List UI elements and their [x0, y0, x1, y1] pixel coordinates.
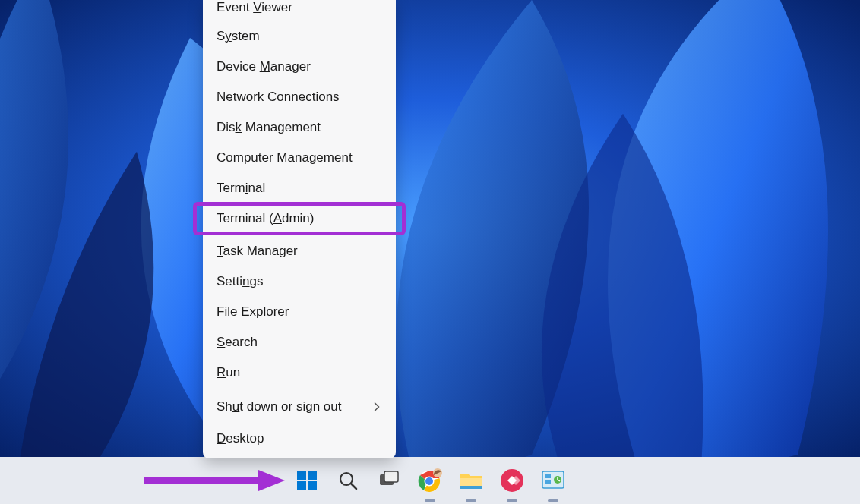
- menu-item-search[interactable]: Search: [203, 327, 396, 358]
- svg-point-13: [425, 477, 433, 485]
- file-explorer-app[interactable]: [456, 465, 486, 496]
- windows-logo-icon: [296, 469, 318, 492]
- svg-rect-16: [460, 486, 482, 489]
- svg-line-8: [351, 484, 356, 489]
- svg-rect-5: [297, 481, 306, 490]
- menu-separator: [203, 235, 396, 235]
- menu-item-network-connections[interactable]: Network Connections: [203, 82, 396, 112]
- menu-item-task-manager[interactable]: Task Manager: [203, 236, 396, 266]
- menu-item-computer-management[interactable]: Computer Management: [203, 143, 396, 173]
- svg-rect-20: [545, 480, 551, 484]
- svg-rect-3: [297, 471, 306, 480]
- menu-item-system[interactable]: System: [203, 21, 396, 52]
- menu-item-terminal-admin[interactable]: Terminal (Admin): [203, 203, 396, 234]
- menu-item-settings[interactable]: Settings: [203, 266, 396, 297]
- svg-rect-6: [308, 481, 317, 490]
- anydesk-icon: [500, 468, 524, 493]
- desktop-wallpaper: [0, 0, 860, 458]
- menu-item-shutdown-signout[interactable]: Shut down or sign out: [203, 390, 396, 424]
- menu-item-disk-management[interactable]: Disk Management: [203, 112, 396, 143]
- menu-separator: [203, 389, 396, 389]
- search-icon: [337, 470, 359, 491]
- menu-item-event-viewer[interactable]: Event Viewer: [203, 0, 396, 21]
- menu-item-file-explorer[interactable]: File Explorer: [203, 297, 396, 327]
- chevron-right-icon: [374, 402, 381, 411]
- running-indicator: [548, 499, 558, 502]
- winx-context-menu: Event Viewer System Device Manager Netwo…: [203, 0, 396, 458]
- running-indicator: [466, 499, 476, 502]
- file-explorer-icon: [459, 469, 483, 492]
- task-view-icon: [378, 469, 400, 492]
- menu-item-run[interactable]: Run: [203, 358, 396, 388]
- menu-item-device-manager[interactable]: Device Manager: [203, 52, 396, 82]
- running-indicator: [425, 499, 435, 502]
- svg-rect-10: [384, 471, 398, 482]
- control-panel-icon: [541, 469, 565, 492]
- taskbar: [0, 457, 860, 504]
- chrome-app[interactable]: [415, 465, 445, 496]
- anydesk-app[interactable]: [497, 465, 527, 496]
- start-button[interactable]: [292, 465, 322, 496]
- task-view-button[interactable]: [374, 465, 404, 496]
- running-indicator: [507, 499, 517, 502]
- chrome-icon: [418, 468, 442, 493]
- search-button[interactable]: [333, 465, 363, 496]
- menu-item-desktop[interactable]: Desktop: [203, 424, 396, 454]
- svg-rect-19: [545, 474, 551, 478]
- svg-rect-4: [308, 471, 317, 480]
- menu-item-terminal[interactable]: Terminal: [203, 173, 396, 203]
- control-panel-app[interactable]: [538, 465, 568, 496]
